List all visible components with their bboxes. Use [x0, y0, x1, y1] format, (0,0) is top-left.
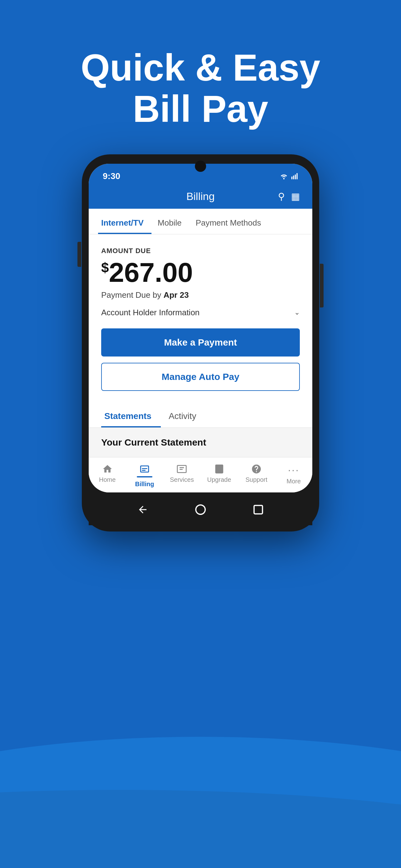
back-button[interactable]	[135, 502, 151, 518]
svg-rect-1	[291, 177, 292, 179]
recents-icon	[253, 504, 264, 515]
tab-statements[interactable]: Statements	[101, 403, 161, 428]
chevron-down-icon: ⌄	[294, 308, 300, 316]
svg-rect-3	[295, 175, 296, 179]
nav-label-more: More	[287, 478, 301, 485]
billing-tabs: Internet/TV Mobile Payment Methods	[89, 209, 312, 234]
app-header: Billing ⚲ ▦	[89, 186, 312, 209]
make-payment-button[interactable]: Make a Payment	[101, 329, 300, 356]
hero-title: Quick & Easy Bill Pay	[80, 47, 320, 129]
header-icons: ⚲ ▦	[278, 191, 300, 202]
android-nav-bar	[89, 494, 312, 525]
svg-rect-6	[254, 505, 263, 514]
nav-item-upgrade[interactable]: Upgrade	[201, 462, 238, 489]
status-time: 9:30	[103, 171, 120, 181]
signal-icon	[291, 173, 298, 179]
upgrade-icon	[214, 464, 225, 474]
recents-button[interactable]	[250, 502, 266, 518]
svg-point-0	[283, 178, 285, 179]
nav-item-billing[interactable]: Billing	[126, 462, 163, 489]
account-holder-label: Account Holder Information	[101, 308, 200, 317]
amount-due-value: $267.00	[101, 257, 300, 288]
chat-icon[interactable]: ▦	[291, 191, 300, 202]
tab-payment-methods[interactable]: Payment Methods	[192, 209, 269, 234]
camera-notch	[195, 161, 206, 172]
support-icon	[251, 464, 262, 474]
app-header-title: Billing	[187, 190, 215, 203]
phone-mockup: 9:30	[82, 154, 319, 531]
current-statement-section: Your Current Statement	[89, 428, 312, 457]
android-home-icon	[195, 504, 206, 515]
services-icon	[176, 464, 187, 474]
billing-content: AMOUNT DUE $267.00 Payment Due by Apr 23…	[89, 234, 312, 400]
tab-internet-tv[interactable]: Internet/TV	[98, 209, 152, 234]
amount-number: 267.00	[109, 257, 193, 288]
tab-activity[interactable]: Activity	[166, 403, 206, 428]
svg-rect-2	[293, 176, 294, 179]
svg-rect-4	[297, 173, 298, 179]
hero-section: Quick & Easy Bill Pay	[80, 47, 320, 129]
billing-nav-indicator	[137, 476, 153, 477]
hero-line2: Bill Pay	[133, 88, 268, 130]
svg-point-5	[196, 505, 205, 514]
wifi-icon	[279, 173, 288, 179]
nav-label-support: Support	[245, 476, 267, 484]
account-holder-row[interactable]: Account Holder Information ⌄	[101, 308, 300, 317]
search-icon[interactable]: ⚲	[278, 191, 285, 202]
nav-item-services[interactable]: Services	[163, 462, 201, 489]
payment-due-date: Payment Due by Apr 23	[101, 290, 300, 300]
android-home-button[interactable]	[193, 502, 208, 518]
nav-label-upgrade: Upgrade	[207, 476, 231, 484]
back-icon	[137, 504, 148, 515]
status-icons	[279, 173, 298, 179]
statement-tabs: Statements Activity	[89, 403, 312, 428]
amount-due-label: AMOUNT DUE	[101, 247, 300, 255]
nav-label-services: Services	[170, 476, 194, 484]
manage-autopay-button[interactable]: Manage Auto Pay	[101, 363, 300, 391]
nav-item-home[interactable]: Home	[89, 462, 126, 489]
nav-item-support[interactable]: Support	[238, 462, 275, 489]
nav-label-billing: Billing	[135, 480, 154, 488]
bottom-nav: Home Billing Services	[89, 457, 312, 492]
home-icon	[102, 464, 113, 474]
phone-screen: 9:30	[89, 164, 312, 492]
more-icon: ···	[288, 464, 300, 476]
tab-mobile[interactable]: Mobile	[155, 209, 190, 234]
billing-icon	[139, 464, 150, 474]
nav-label-home: Home	[99, 476, 115, 484]
nav-item-more[interactable]: ··· More	[275, 462, 312, 489]
hero-line1: Quick & Easy	[80, 46, 320, 88]
current-statement-title: Your Current Statement	[101, 437, 300, 448]
phone-outer: 9:30	[82, 154, 319, 531]
currency-symbol: $	[101, 260, 109, 275]
